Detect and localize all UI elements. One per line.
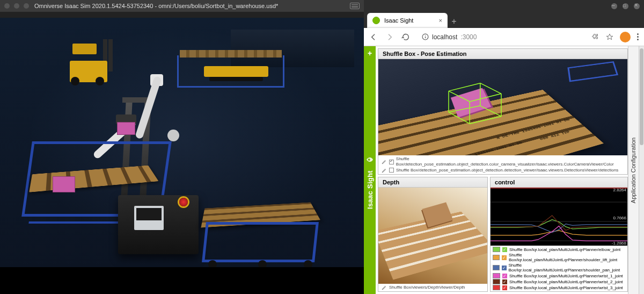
svg-line-9 <box>480 106 501 117</box>
grasped-box-graphic <box>117 122 135 135</box>
legend-row[interactable]: ✓Shuffle Box/lqr.local_plan/MultiJointLq… <box>493 285 625 290</box>
legend-checkbox[interactable]: ✓ <box>502 255 507 260</box>
y-tick: 0.7666 <box>613 216 626 220</box>
legend-checkbox[interactable]: ✓ <box>502 266 506 270</box>
svg-rect-2 <box>425 37 426 38</box>
reload-icon[interactable] <box>401 33 410 41</box>
isaac-sim-window: Omniverse Isaac Sim 2020.1.5424-53752340… <box>0 0 364 294</box>
edit-channel-icon[interactable] <box>382 285 387 290</box>
legend-swatch <box>493 279 500 284</box>
legend-row[interactable]: ✓Shuffle Box/lqr.local_plan/MultiJointLq… <box>493 253 625 262</box>
browser-tab[interactable]: Isaac Sight × <box>367 13 448 28</box>
minimize-window-icon[interactable] <box>14 3 19 9</box>
sim-viewport[interactable] <box>0 18 364 267</box>
address-bar[interactable]: localhost:3000 <box>418 32 584 42</box>
scroll-thumb[interactable] <box>640 48 643 145</box>
svg-point-3 <box>368 159 370 161</box>
legend-label: Shuffle Box/lqr.local_plan/MultiJointLqr… <box>509 247 620 252</box>
estop-button-graphic <box>179 198 188 206</box>
legend-row[interactable]: ✓Shuffle Box/lqr.local_plan/MultiJointLq… <box>493 273 625 278</box>
legend-swatch <box>493 265 500 270</box>
browser-menu-icon[interactable] <box>637 33 639 40</box>
url-port: :3000 <box>460 33 477 41</box>
back-icon[interactable] <box>369 33 378 41</box>
svg-line-5 <box>480 83 501 94</box>
pose-panel-channels: Shuffle Box/detection_pose_estimation.ob… <box>378 155 627 174</box>
maximize-window-icon[interactable] <box>24 3 29 9</box>
svg-line-4 <box>449 83 480 91</box>
pink-box-graphic <box>53 176 75 192</box>
hamburger-menu-icon[interactable] <box>350 3 360 9</box>
channel-checkbox[interactable] <box>389 168 394 173</box>
legend-row[interactable]: ✓Shuffle Box/lqr.local_plan/MultiJointLq… <box>493 263 625 273</box>
panel-title: control <box>495 179 515 185</box>
channel-row[interactable]: Shuffle Box/detection_pose_estimation.ob… <box>382 156 624 168</box>
legend-label: Shuffle Box/lqr.local_plan/MultiJointLqr… <box>509 274 623 278</box>
forward-icon[interactable] <box>385 33 394 41</box>
legend-row[interactable]: ✓Shuffle Box/lqr.local_plan/MultiJointLq… <box>493 279 625 284</box>
pose-estimation-panel[interactable]: Shuffle Box - Pose Estimation N DE-TH5 1… <box>378 48 628 175</box>
bounding-box-3d <box>443 75 507 128</box>
channel-row[interactable]: Shuffle Box/viewers/DepthViewer/Depth <box>382 285 484 290</box>
minimize-icon[interactable] <box>611 3 617 9</box>
svg-line-10 <box>470 116 501 124</box>
maximize-icon[interactable] <box>623 3 628 9</box>
control-chart: 2.8264 0.7666 -1.2868 <box>491 188 627 246</box>
url-host: localhost <box>432 33 457 41</box>
close-window-icon[interactable] <box>4 3 10 9</box>
svg-line-7 <box>449 91 470 102</box>
sim-toolbar <box>0 12 364 18</box>
tab-title: Isaac Sight <box>384 17 413 24</box>
svg-line-8 <box>449 106 480 112</box>
new-tab-button[interactable]: + <box>448 15 460 28</box>
svg-line-11 <box>449 112 470 124</box>
control-panel[interactable]: control 2.8264 0.7666 -1.2868 ✓Shuffle B… <box>490 177 628 292</box>
edit-channel-icon[interactable] <box>382 159 387 164</box>
profile-avatar-icon[interactable] <box>620 32 631 42</box>
sidebar-label: Application Configuration <box>631 137 637 203</box>
panel-title: Shuffle Box - Pose Estimation <box>383 51 466 57</box>
legend-checkbox[interactable]: ✓ <box>502 285 507 290</box>
panel-title: Depth <box>383 179 399 185</box>
legend-swatch <box>493 255 500 260</box>
browser-window-controls[interactable] <box>364 0 644 12</box>
depth-view <box>378 188 487 284</box>
sortbot-graphic <box>32 71 274 249</box>
browser-tabbar[interactable]: Isaac Sight × + <box>364 12 644 28</box>
channel-checkbox[interactable] <box>389 160 394 164</box>
close-icon[interactable] <box>634 3 640 9</box>
legend-swatch <box>493 273 500 278</box>
tab-close-icon[interactable]: × <box>439 17 442 24</box>
gripper-graphic <box>116 114 136 134</box>
legend-checkbox[interactable]: ✓ <box>502 274 507 278</box>
robot-control-panel-graphic <box>134 206 164 230</box>
legend-row[interactable]: ✓Shuffle Box/lqr.local_plan/MultiJointLq… <box>493 247 625 252</box>
site-info-icon[interactable] <box>422 33 429 40</box>
legend-checkbox[interactable]: ✓ <box>502 279 507 284</box>
sidebar-title: Isaac Sight <box>366 170 374 209</box>
tab-favicon-icon <box>372 17 380 24</box>
legend-checkbox[interactable]: ✓ <box>502 247 507 252</box>
y-tick: 2.8264 <box>613 188 626 192</box>
edit-channel-icon[interactable] <box>382 168 387 173</box>
channel-path: Shuffle Box/detection_pose_estimation.ob… <box>396 168 618 173</box>
nvidia-logo-icon <box>365 155 374 164</box>
window-title: Omniverse Isaac Sim 2020.1.5424-53752340… <box>34 3 278 9</box>
window-controls[interactable] <box>4 3 29 9</box>
channel-path: Shuffle Box/viewers/DepthViewer/Depth <box>389 285 465 290</box>
sim-statusbar <box>0 267 364 294</box>
add-panel-button[interactable]: + <box>365 49 374 58</box>
page-scrollbar[interactable] <box>639 46 644 294</box>
browser-toolbar: localhost:3000 <box>364 28 644 46</box>
channel-row[interactable]: Shuffle Box/detection_pose_estimation.ob… <box>382 168 624 173</box>
isaac-sight-sidebar: + Isaac Sight <box>364 46 376 294</box>
isaac-sim-titlebar[interactable]: Omniverse Isaac Sim 2020.1.5424-53752340… <box>0 0 364 12</box>
extension-icon[interactable] <box>592 33 599 41</box>
pose-camera-view: N DE-TH5 1345490-1001 HT DB 000 412 TVP … <box>378 59 627 155</box>
depth-panel[interactable]: Depth Shuffle Box/viewers/DepthViewer/De… <box>378 177 488 292</box>
robot-base-graphic <box>118 195 199 254</box>
bookmark-star-icon[interactable] <box>606 33 613 41</box>
legend-swatch <box>493 285 500 290</box>
legend-swatch <box>493 247 500 252</box>
app-config-sidebar[interactable]: Application Configuration <box>628 46 639 294</box>
